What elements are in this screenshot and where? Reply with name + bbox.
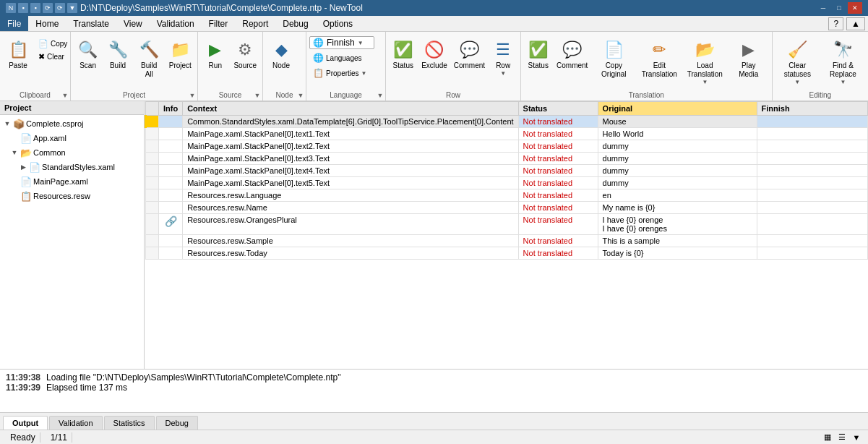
node-button[interactable]: ◆ Node — [266, 36, 296, 72]
tb-icon-4[interactable]: ⟳ — [55, 3, 65, 13]
language-expand[interactable]: ▼ — [375, 90, 385, 101]
table-row[interactable]: 🔗Resources.resw.OrangesPluralNot transla… — [146, 214, 868, 235]
translation-label-group: Translation — [521, 91, 772, 99]
toggle-complete[interactable]: ▼ — [3, 119, 12, 128]
table-row[interactable]: Resources.resw.TodayNot translatedToday … — [146, 247, 868, 260]
exclude-button[interactable]: 🚫 Exclude — [419, 36, 450, 72]
toggle-standard[interactable]: ▶ — [19, 163, 27, 171]
menu-options[interactable]: Options — [316, 16, 360, 31]
status-trans-button[interactable]: ✅ Status — [524, 36, 553, 72]
row-status-cell: Not translated — [518, 165, 598, 177]
row-info-cell — [159, 177, 183, 189]
load-translation-button[interactable]: 📂 Load Translation ▼ — [683, 36, 727, 87]
find-replace-icon: 🔭 — [831, 38, 854, 61]
tab-output[interactable]: Output — [3, 416, 48, 430]
tab-validation[interactable]: Validation — [49, 416, 103, 430]
log-msg-1: Loading file "D:\NT\Deploy\Samples\WinRT… — [46, 372, 340, 383]
node-expand[interactable]: ▼ — [296, 90, 306, 101]
play-media-button[interactable]: ▶ Play Media — [729, 36, 769, 81]
menu-report[interactable]: Report — [235, 16, 275, 31]
tree-item-app-xaml[interactable]: 📄 App.xaml — [1, 131, 142, 145]
table-row[interactable]: Resources.resw.SampleNot translatedThis … — [146, 235, 868, 247]
language-dropdown[interactable]: 🌐 Finnish ▼ — [309, 36, 374, 49]
grid-view-icon[interactable]: ▦ — [822, 432, 833, 443]
tb-icon-5[interactable]: ▼ — [67, 3, 77, 13]
status-row-button[interactable]: ✅ Status — [389, 36, 418, 72]
run-button[interactable]: ▶ Run — [201, 36, 229, 72]
find-replace-button[interactable]: 🔭 Find & Replace ▼ — [821, 36, 865, 87]
source-button[interactable]: ⚙ Source — [231, 36, 259, 72]
menu-home[interactable]: Home — [28, 16, 66, 31]
copy-original-button[interactable]: 📄 Copy Original — [592, 36, 636, 81]
menu-filter[interactable]: Filter — [202, 16, 236, 31]
properties-button[interactable]: 📋 Properties ▼ — [309, 67, 371, 80]
table-row[interactable]: MainPage.xaml.StackPanel[0].text5.TextNo… — [146, 177, 868, 189]
clear-statuses-button[interactable]: 🧹 Clear statuses ▼ — [775, 36, 820, 87]
table-row[interactable]: MainPage.xaml.StackPanel[0].text4.TextNo… — [146, 165, 868, 177]
edit-translation-icon: ✏ — [648, 38, 671, 61]
scan-button[interactable]: 🔍 Scan — [74, 36, 102, 72]
menu-translate[interactable]: Translate — [66, 16, 116, 31]
copy-small-icon: 📄 — [38, 39, 48, 48]
menu-debug[interactable]: Debug — [275, 16, 315, 31]
row-original-cell: Hello World — [598, 128, 757, 140]
help-button[interactable]: ? — [828, 17, 843, 30]
menu-validation[interactable]: Validation — [150, 16, 202, 31]
list-view-icon[interactable]: ☰ — [836, 432, 848, 443]
label-app: App.xaml — [33, 134, 66, 142]
source-expand[interactable]: ▼ — [252, 90, 262, 101]
table-row[interactable]: Resources.resw.NameNot translatedMy name… — [146, 202, 868, 214]
tree-item-mainpage[interactable]: 📄 MainPage.xaml — [1, 174, 142, 189]
tree-item-common[interactable]: ▼ 📂 Common — [1, 145, 142, 160]
row-status-cell: Not translated — [518, 235, 598, 247]
table-row[interactable]: MainPage.xaml.StackPanel[0].text1.TextNo… — [146, 128, 868, 140]
row-button[interactable]: ☰ Row ▼ — [489, 36, 517, 79]
grid-table-wrap[interactable]: Info Context Status Original Finnish Com… — [145, 101, 868, 369]
row-status-cell: Not translated — [518, 140, 598, 153]
title-bar-left: N ▪ ▪ ⟳ ⟳ ▼ D:\NT\Deploy\Samples\WinRT\T… — [6, 3, 363, 13]
tree-item-standard-styles[interactable]: ▶ 📄 StandardStyles.xaml — [1, 160, 142, 174]
table-row[interactable]: Resources.resw.LanguageNot translateden — [146, 189, 868, 202]
toggle-common[interactable]: ▼ — [10, 148, 19, 157]
status-bar-right: ▦ ☰ ▼ — [822, 432, 862, 443]
row-finnish-cell — [757, 202, 867, 214]
settings-icon[interactable]: ▼ — [851, 432, 862, 443]
copy-small-button[interactable]: 📄 Copy — [35, 38, 71, 50]
row-original-cell: Mouse — [598, 116, 757, 128]
tb-icon-3[interactable]: ⟳ — [43, 3, 53, 13]
row-icon: ☰ — [491, 38, 515, 61]
tree-item-complete-csproj[interactable]: ▼ 📦 Complete.csproj — [1, 116, 142, 131]
project-label: Project — [169, 61, 192, 70]
play-media-icon: ▶ — [737, 38, 760, 61]
paste-button[interactable]: 📋 Paste — [3, 36, 33, 72]
grid-area: Info Context Status Original Finnish Com… — [145, 101, 868, 369]
row-finnish-cell — [757, 235, 867, 247]
clear-small-button[interactable]: ✖ Clear — [35, 51, 71, 63]
sidebar-tree[interactable]: ▼ 📦 Complete.csproj 📄 App.xaml ▼ 📂 Commo… — [0, 115, 144, 369]
tab-statistics[interactable]: Statistics — [104, 416, 155, 430]
minimize-button[interactable]: ─ — [816, 2, 830, 14]
languages-button[interactable]: 🌐 Languages — [309, 51, 366, 64]
menu-view[interactable]: View — [116, 16, 150, 31]
project-expand[interactable]: ▼ — [187, 90, 197, 101]
clipboard-expand[interactable]: ▼ — [60, 90, 70, 101]
row-finnish-cell — [757, 247, 867, 260]
build-button[interactable]: 🔧 Build — [103, 36, 132, 72]
table-row[interactable]: Common.StandardStyles.xaml.DataTemplate[… — [146, 116, 868, 128]
tb-icon-2[interactable]: ▪ — [30, 3, 40, 13]
tb-icon-1[interactable]: ▪ — [18, 3, 28, 13]
comment-trans-button[interactable]: 💬 Comment — [554, 36, 590, 72]
maximize-button[interactable]: □ — [832, 2, 846, 14]
row-status-cell: Not translated — [518, 153, 598, 165]
build-all-button[interactable]: 🔨 Build All — [134, 36, 165, 81]
comment-row-button[interactable]: 💬 Comment — [451, 36, 487, 72]
tab-debug[interactable]: Debug — [156, 416, 198, 430]
project-button[interactable]: 📁 Project — [166, 36, 194, 72]
table-row[interactable]: MainPage.xaml.StackPanel[0].text3.TextNo… — [146, 153, 868, 165]
tree-item-resources[interactable]: 📋 Resources.resw — [1, 189, 142, 203]
table-row[interactable]: MainPage.xaml.StackPanel[0].text2.TextNo… — [146, 140, 868, 153]
edit-translation-button[interactable]: ✏ Edit Translation — [637, 36, 682, 81]
close-button[interactable]: ✕ — [848, 2, 862, 14]
collapse-button[interactable]: ▲ — [846, 17, 865, 30]
menu-file[interactable]: File — [0, 16, 28, 31]
